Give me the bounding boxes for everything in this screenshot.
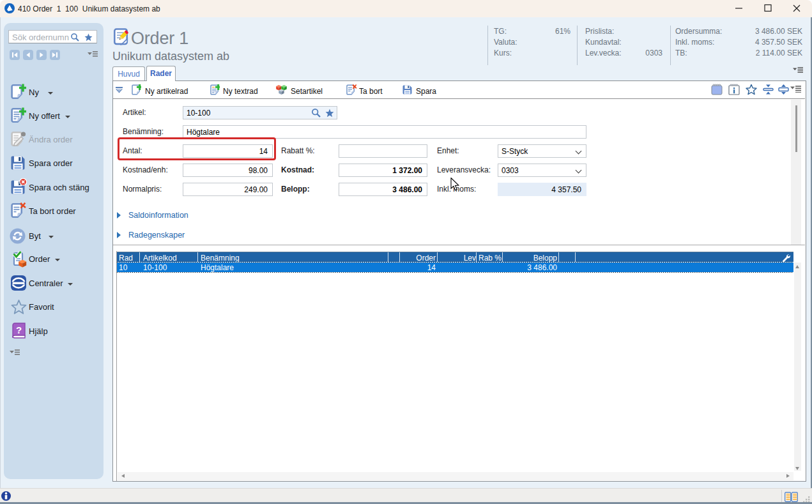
- svg-text:?: ?: [16, 325, 22, 335]
